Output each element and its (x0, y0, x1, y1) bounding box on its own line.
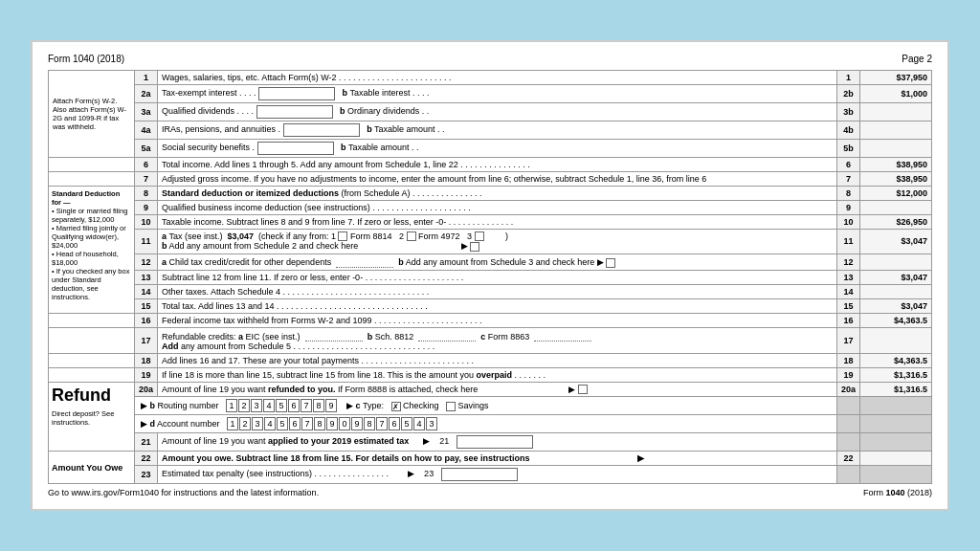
line-19-amount: $1,316.5 (860, 367, 932, 382)
form-table: Attach Form(s) W-2. Also attach Form(s) … (48, 70, 932, 485)
refund-label: Refund (52, 386, 131, 406)
line-8-label: Standard deduction or itemized deduction… (158, 186, 837, 200)
std-deduction-hoh: • Head of household, $18,000 (52, 250, 131, 267)
savings-checkbox[interactable] (446, 402, 456, 411)
line-18-amount: $4,363.5 (860, 353, 932, 367)
line-3b-amount (860, 102, 932, 121)
line-7-right-num: 7 (836, 171, 859, 186)
table-row: 5a Social security benefits . b Taxable … (49, 139, 932, 157)
line-2a-num: 2a (135, 84, 158, 102)
checking-checkbox[interactable]: ✗ (391, 402, 401, 411)
std-deduction-note: • If you checked any box under Standard … (52, 267, 131, 301)
line-6-right-num: 6 (836, 157, 859, 171)
routing-row: ▶ b Routing number 123456789 ▶ c Type: ✗… (135, 397, 837, 415)
footer-left: Go to www.irs.gov/Form1040 for instructi… (48, 488, 319, 497)
checking-label: Checking (403, 401, 439, 410)
line-2a-input[interactable] (258, 87, 335, 100)
attach-note: Attach Form(s) W-2. Also attach Form(s) … (49, 70, 135, 157)
refund-side-note: Refund Direct deposit? See instructions. (49, 382, 135, 452)
table-row: Amount You Owe 22 Amount you owe. Subtra… (49, 452, 932, 466)
table-row: 13 Subtract line 12 from line 11. If zer… (49, 270, 932, 284)
line-20a-amount: $1,316.5 (860, 382, 932, 397)
line-16-label: Federal income tax withheld from Forms W… (158, 313, 837, 327)
line-4a-input[interactable] (283, 123, 360, 137)
table-row: ▶ b Routing number 123456789 ▶ c Type: ✗… (49, 397, 932, 415)
account-number-box[interactable]: 12345678909876543 (227, 417, 437, 430)
gray-cell-6 (860, 433, 932, 452)
line-22-amount (860, 452, 932, 466)
table-row: 2a Tax-exempt interest . . . . b Taxable… (49, 84, 932, 102)
line-22-right-num: 22 (836, 452, 859, 466)
line-13-right-num: 13 (836, 270, 859, 284)
line-8-num: 8 (135, 186, 158, 200)
line-20a-label: Amount of line 19 you want refunded to y… (158, 382, 837, 397)
line-13-amount: $3,047 (860, 270, 932, 284)
line-23-num: 23 (135, 466, 158, 484)
line-16-num: 16 (135, 313, 158, 327)
std-deduction-title: Standard Deduction for — (52, 189, 131, 207)
amount-owe-side: Amount You Owe (49, 452, 135, 484)
line-21-num: 21 (135, 433, 158, 452)
line-4a-num: 4a (135, 121, 158, 139)
line-5a-input[interactable] (257, 142, 334, 155)
line-4b-amount (860, 121, 932, 139)
line-2b-amount: $1,000 (860, 84, 932, 102)
line-1-right-num: 1 (836, 70, 859, 84)
line-5b-num: 5b (836, 139, 859, 157)
page-header: Form 1040 (2018) Page 2 (48, 54, 932, 64)
line-18-right-num: 18 (836, 353, 859, 367)
line-3a-num: 3a (135, 102, 158, 121)
line-9-label: Qualified business income deduction (see… (158, 200, 837, 214)
routing-number-box[interactable]: 123456789 (226, 399, 337, 412)
line-16-right-num: 16 (836, 313, 859, 327)
line-15-num: 15 (135, 298, 158, 313)
line-12-right-num: 12 (836, 253, 859, 270)
line-5a-num: 5a (135, 139, 158, 157)
line-10-right-num: 10 (836, 214, 859, 229)
gray-cell-3 (836, 415, 859, 433)
form8888-checkbox[interactable] (578, 385, 588, 394)
line-3-label: Qualified dividends . . . . b Ordinary d… (158, 102, 837, 121)
table-row: 17 Refundable credits: a EIC (see inst.)… (49, 327, 932, 353)
std-deduction-married: • Married filing jointly or Qualifying w… (52, 224, 131, 250)
line-10-num: 10 (135, 214, 158, 229)
table-row: 23 Estimated tax penalty (see instructio… (49, 466, 932, 484)
direct-deposit-note: Direct deposit? See instructions. (52, 409, 131, 427)
form-4972-checkbox[interactable] (407, 231, 416, 241)
line-4b-num: 4b (836, 121, 859, 139)
table-row: 16 Federal income tax withheld from Form… (49, 313, 932, 327)
footer-right: Form 1040 (2018) (863, 488, 932, 497)
line-18-label: Add lines 16 and 17. These are your tota… (158, 353, 837, 367)
table-row: Refund Direct deposit? See instructions.… (49, 382, 932, 397)
other-checkbox[interactable] (475, 231, 484, 241)
schedule2-checkbox[interactable] (470, 242, 479, 252)
line-8-amount: $12,000 (860, 186, 932, 200)
table-row: 3a Qualified dividends . . . . b Ordinar… (49, 102, 932, 121)
line-22-label: Amount you owe. Subtract line 18 from li… (158, 452, 837, 466)
line-12a-input[interactable] (336, 256, 393, 268)
line-3a-input[interactable] (256, 105, 333, 119)
eic-input[interactable] (305, 330, 363, 342)
line-9-right-num: 9 (836, 200, 859, 214)
empty-side3 (49, 313, 135, 327)
line-6-label: Total income. Add lines 1 through 5. Add… (158, 157, 837, 171)
schedule3-checkbox[interactable] (606, 258, 615, 268)
line-15-amount: $3,047 (860, 298, 932, 313)
sch8812-input[interactable] (418, 330, 476, 342)
table-row: 9 Qualified business income deduction (s… (49, 200, 932, 214)
table-row: 6 Total income. Add lines 1 through 5. A… (49, 157, 932, 171)
line-21-input[interactable] (457, 435, 533, 449)
footer-form-bold: 1040 (885, 488, 904, 497)
form-label: Form 1040 (2018) (48, 54, 124, 64)
table-row: Standard Deduction for — • Single or mar… (49, 186, 932, 200)
table-row: 4a IRAs, pensions, and annuities . b Tax… (49, 121, 932, 139)
line-17-num: 17 (135, 327, 158, 353)
line-23-input[interactable] (441, 468, 518, 481)
line-19-num: 19 (135, 367, 158, 382)
table-row: Attach Form(s) W-2. Also attach Form(s) … (49, 70, 932, 84)
form8863-input[interactable] (534, 330, 591, 342)
line-14-num: 14 (135, 284, 158, 298)
line-2b-num: 2b (836, 84, 859, 102)
standard-deduction-note: Standard Deduction for — • Single or mar… (49, 186, 135, 313)
form-8814-checkbox[interactable] (338, 231, 347, 241)
